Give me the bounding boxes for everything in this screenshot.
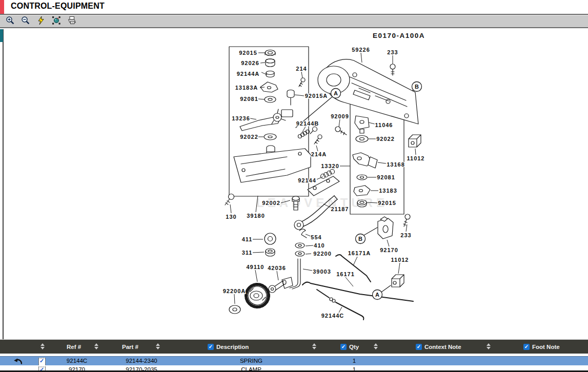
label-leader-line — [369, 122, 375, 124]
part-label-92144C[interactable]: 92144C — [321, 313, 344, 319]
parts-table-header: Ref #Part #✓Description✓Qty✓Context Note… — [0, 339, 588, 354]
part-label-214[interactable]: 214 — [296, 66, 307, 72]
part-label-92015[interactable]: 92015 — [239, 50, 257, 56]
part-label-233[interactable]: 233 — [387, 49, 398, 55]
part-label-11046[interactable]: 11046 — [375, 122, 393, 128]
part-label-311[interactable]: 311 — [242, 250, 253, 256]
part-label-411[interactable]: 411 — [242, 236, 253, 242]
lightning-button[interactable] — [35, 16, 47, 27]
title-bar: CONTROL-EQUIPMENT — [0, 0, 588, 15]
part-label-92026[interactable]: 92026 — [241, 60, 259, 66]
label-leader-line — [306, 234, 311, 236]
part-label-11012[interactable]: 11012 — [407, 155, 425, 161]
part-label-21187[interactable]: 21187 — [331, 206, 349, 212]
column-header-desc: ✓Description — [208, 340, 249, 354]
label-leader-line — [361, 53, 362, 63]
part-label-11012[interactable]: 11012 — [391, 257, 409, 263]
label-leader-line — [353, 257, 357, 265]
part-label-233[interactable]: 233 — [400, 232, 411, 238]
part-label-410[interactable]: 410 — [314, 242, 325, 249]
column-label-qty: Qty — [349, 344, 359, 350]
part-label-39180[interactable]: 39180 — [247, 213, 265, 219]
part-label-13183A[interactable]: 13183A — [235, 85, 258, 91]
sort-toggle-4[interactable] — [374, 343, 378, 349]
part-label-214A[interactable]: 214A — [311, 151, 327, 157]
part-label-49110[interactable]: 49110 — [247, 264, 265, 270]
edit-note-icon[interactable] — [38, 358, 46, 366]
label-leader-line — [260, 63, 265, 63]
label-leader-line — [295, 95, 304, 96]
part-label-13168[interactable]: 13168 — [387, 161, 405, 168]
select-region-button[interactable] — [51, 16, 62, 27]
part-label-92144A[interactable]: 92144A — [237, 71, 260, 77]
sort-toggle-0[interactable] — [40, 343, 45, 349]
part-label-13183[interactable]: 13183 — [379, 188, 397, 194]
part-label-92081[interactable]: 92081 — [240, 96, 258, 102]
label-leader-line — [346, 277, 353, 286]
column-header-ctx: ✓Context Note — [416, 340, 461, 354]
page-title: CONTROL-EQUIPMENT — [11, 2, 105, 11]
part-label-92002[interactable]: 92002 — [262, 200, 280, 206]
part-label-42036[interactable]: 42036 — [268, 265, 286, 271]
cell-ref: 92144C — [67, 358, 87, 364]
table-row-92144C[interactable]: 92144C92144-2340SPRING1 — [0, 356, 588, 365]
panel-splitter-handle[interactable] — [0, 29, 3, 42]
part-label-92170[interactable]: 92170 — [380, 247, 398, 253]
label-leader-line — [398, 263, 400, 274]
label-leader-line — [301, 72, 302, 78]
diagram-toolbar — [0, 15, 588, 28]
part-label-92144[interactable]: 92144 — [298, 177, 316, 183]
part-label-92081[interactable]: 92081 — [377, 174, 395, 180]
selected-row-arrow-icon[interactable] — [13, 358, 22, 366]
column-label-ref: Ref # — [67, 344, 81, 350]
part-label-554[interactable]: 554 — [311, 234, 321, 240]
diagram-code: E0170-A100A — [373, 32, 425, 39]
column-label-desc: Description — [216, 344, 249, 350]
print-button[interactable] — [66, 16, 77, 27]
sort-toggle-5[interactable] — [486, 343, 491, 349]
part-label-130[interactable]: 130 — [226, 214, 236, 220]
column-checkbox-desc[interactable]: ✓ — [208, 344, 214, 350]
zoom-out-icon — [21, 16, 30, 27]
print-icon — [67, 16, 76, 27]
sort-toggle-2[interactable] — [156, 343, 160, 349]
label-leader-line — [234, 294, 235, 304]
part-label-39003[interactable]: 39003 — [313, 268, 331, 275]
label-leader-line — [253, 252, 264, 253]
zoom-out-button[interactable] — [20, 16, 31, 27]
label-leader-line — [250, 118, 256, 119]
column-header-part: Part # — [122, 340, 138, 354]
part-label-16171A[interactable]: 16171A — [348, 250, 371, 256]
sort-toggle-1[interactable] — [94, 343, 98, 349]
label-leader-line — [303, 269, 312, 271]
part-label-92009[interactable]: 92009 — [331, 113, 349, 119]
column-label-foot: Foot Note — [532, 344, 560, 350]
part-label-92015[interactable]: 92015 — [378, 200, 396, 206]
part-label-92200A[interactable]: 92200A — [223, 288, 246, 294]
column-checkbox-ctx[interactable]: ✓ — [416, 344, 422, 350]
part-label-16171[interactable]: 16171 — [336, 271, 355, 277]
label-leader-line — [255, 270, 257, 282]
sort-toggle-3[interactable] — [312, 343, 316, 349]
column-checkbox-qty[interactable]: ✓ — [340, 344, 347, 350]
part-label-92144B[interactable]: 92144B — [296, 120, 319, 127]
column-checkbox-foot[interactable]: ✓ — [523, 344, 530, 350]
part-label-92200[interactable]: 92200 — [313, 251, 332, 257]
label-leader-line — [277, 271, 278, 280]
column-header-ref: Ref # — [67, 340, 81, 354]
part-label-92015A[interactable]: 92015A — [305, 93, 328, 99]
app-window: CONTROL-EQUIPMENT LEADVENTURE E0170-A100… — [0, 0, 588, 372]
column-header-qty: ✓Qty — [340, 340, 359, 354]
label-leader-line — [339, 307, 342, 313]
label-leader-line — [316, 146, 318, 151]
part-label-59226[interactable]: 59226 — [352, 47, 370, 53]
part-label-92022[interactable]: 92022 — [240, 134, 258, 140]
label-leader-line — [306, 245, 313, 246]
panel-left-border — [3, 29, 4, 339]
part-label-13236[interactable]: 13236 — [232, 115, 250, 121]
diagram-canvas: LEADVENTURE E0170-A100A — [0, 29, 588, 339]
callout-letter-a: A — [334, 90, 338, 96]
part-label-92022[interactable]: 92022 — [376, 136, 395, 142]
part-label-13320[interactable]: 13320 — [321, 163, 339, 169]
zoom-in-button[interactable] — [5, 16, 16, 27]
